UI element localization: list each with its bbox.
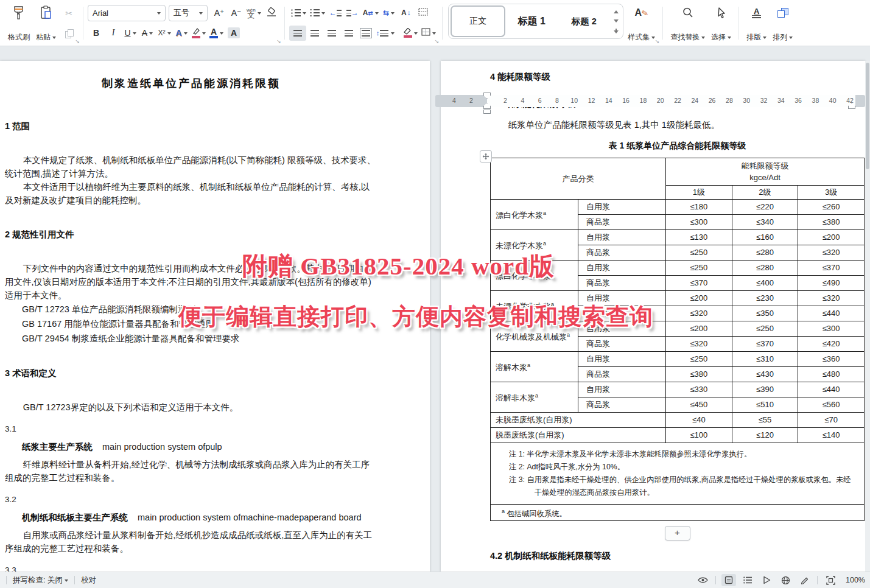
numbered-list-button[interactable] (308, 5, 327, 21)
increase-indent-button[interactable]: → (344, 5, 361, 21)
table-notes-cell[interactable]: 注 1: 半化学未漂木浆及半化学未漂非木浆能耗限额参照未漂化学浆执行。注 2: … (491, 443, 865, 505)
table1-grade-header[interactable]: 能耗限额等级 kgce/Adt (666, 158, 865, 186)
term-definition[interactable]: 纸浆主要生产系统main production system ofpulp (22, 440, 377, 453)
limit-value-cell[interactable]: ≤370 (798, 261, 865, 276)
pinyin-guide-button[interactable]: wén文 (245, 5, 263, 21)
vertical-scrollbar[interactable] (865, 61, 870, 572)
table1-grade-col-header[interactable]: 2级 (732, 186, 798, 200)
shading-button[interactable] (401, 26, 419, 41)
body-paragraph[interactable]: 本文件规定了纸浆、机制纸和纸板单位产品能源消耗(以下简称能耗) 限额等级、技术要… (5, 153, 377, 180)
grid-settings-button[interactable] (415, 5, 432, 21)
document-title[interactable]: 制浆造纸单位产品能源消耗限额 (5, 77, 377, 90)
limit-value-cell[interactable]: ≤250 (666, 245, 732, 261)
style-set-button[interactable]: A✎ 样式集 (625, 2, 658, 44)
style-gallery-more-button[interactable] (612, 28, 620, 35)
limit-value-cell[interactable]: ≤370 (732, 337, 798, 352)
style-item-body[interactable]: 正文 (451, 5, 505, 37)
pulp-type-cell[interactable]: 自用浆 (578, 352, 666, 367)
font-color-button[interactable]: A (208, 26, 225, 41)
underline-button[interactable]: U (122, 26, 139, 41)
limit-value-cell[interactable]: ≤440 (798, 382, 865, 397)
table1-col-product-header[interactable]: 产品分类 (491, 158, 666, 200)
limit-value-cell[interactable]: ≤350 (732, 306, 798, 321)
horizontal-ruler[interactable]: 4224681012141618202224262830323436384042 (435, 95, 865, 107)
paragraph-dialog-launcher[interactable]: ↘ (435, 39, 440, 44)
typeset-button[interactable]: A 排版 (743, 2, 770, 44)
clause-number[interactable]: 3.3 (5, 564, 377, 572)
proofread-button[interactable]: 校对 (81, 575, 96, 586)
edit-pen-button[interactable] (797, 574, 812, 586)
highlight-button[interactable] (190, 26, 208, 41)
limit-value-cell[interactable]: ≤250 (666, 352, 732, 367)
limit-value-cell[interactable]: ≤300 (666, 215, 732, 230)
limit-value-cell[interactable]: ≤200 (666, 291, 732, 306)
font-dialog-launcher[interactable]: ↘ (276, 39, 281, 44)
pulp-type-cell[interactable]: 自用浆 (578, 382, 666, 397)
limit-value-cell[interactable]: ≤300 (798, 321, 865, 337)
style-item-heading1[interactable]: 标题 1 (505, 7, 558, 36)
shrink-font-button[interactable]: A⁻ (228, 5, 245, 21)
limit-value-cell[interactable]: ≤340 (732, 215, 798, 230)
body-paragraph[interactable]: 自用浆或商品浆经计量从浆料制备开始,经纸机抄造成成品纸或纸板,直至入库为止的有关… (5, 528, 377, 555)
limit-value-cell[interactable]: ≤380 (666, 367, 732, 382)
char-shading-button[interactable]: A (225, 26, 242, 41)
limit-value-cell[interactable]: ≤560 (798, 397, 865, 413)
limit-value-cell[interactable]: ≤160 (732, 230, 798, 245)
decrease-indent-button[interactable]: ← (327, 5, 344, 21)
fullscreen-button[interactable] (823, 574, 838, 586)
product-category-cell[interactable]: 溶解木浆a (491, 352, 578, 382)
limit-value-cell[interactable]: ≤440 (798, 306, 865, 321)
limit-value-cell[interactable]: ≤320 (666, 337, 732, 352)
superscript-button[interactable]: X² (156, 26, 173, 41)
limit-value-cell[interactable]: ≤370 (666, 276, 732, 291)
product-category-cell[interactable]: 溶解非木浆a (491, 382, 578, 413)
heading-4-2[interactable]: 4.2 机制纸和纸板能耗限额等级 (490, 549, 865, 562)
table-add-row-button[interactable]: + (665, 526, 690, 541)
limit-value-cell[interactable]: ≤250 (732, 321, 798, 337)
page-view-button[interactable] (721, 574, 736, 586)
arrange-button[interactable]: 排列 (770, 2, 796, 44)
grow-font-button[interactable]: A⁺ (211, 5, 228, 21)
body-paragraph[interactable]: 本文件适用于以植物纤维为主要原料的纸浆、机制纸和纸板单位产品能耗的计算、考核,以… (5, 180, 377, 207)
product-category-cell[interactable]: 脱墨废纸浆(自用浆) (491, 428, 666, 443)
style-gallery-down-button[interactable] (612, 18, 620, 25)
section-heading[interactable]: 2 规范性引用文件 (5, 228, 377, 241)
limit-value-cell[interactable]: ≤330 (666, 382, 732, 397)
eye-protect-button[interactable] (695, 574, 710, 586)
limit-value-cell[interactable]: ≤360 (798, 352, 865, 367)
body-paragraph[interactable]: GB/T 12723界定的以及下列术语和定义适用于本文件。 (5, 401, 377, 414)
limit-value-cell[interactable]: ≤260 (798, 200, 865, 215)
line-spacing-button[interactable]: ↕ (374, 26, 397, 41)
limit-value-cell[interactable]: ≤200 (798, 230, 865, 245)
limit-value-cell[interactable]: ≤280 (732, 261, 798, 276)
font-name-select[interactable]: Arial (88, 5, 166, 21)
limit-value-cell[interactable]: ≤320 (798, 245, 865, 261)
spell-check-status[interactable]: 拼写检查: 关闭 (13, 575, 68, 586)
pulp-type-cell[interactable]: 商品浆 (578, 397, 666, 413)
pulp-type-cell[interactable]: 自用浆 (578, 261, 666, 276)
clause-number[interactable]: 3.1 (5, 422, 377, 436)
pulp-type-cell[interactable]: 自用浆 (578, 200, 666, 215)
distribute-button[interactable] (357, 26, 374, 41)
limit-value-cell[interactable]: ≤70 (798, 413, 865, 428)
pulp-type-cell[interactable]: 商品浆 (578, 245, 666, 261)
paste-button[interactable]: 粘贴 (33, 2, 59, 44)
limit-value-cell[interactable]: ≤230 (732, 291, 798, 306)
justify-button[interactable] (340, 26, 357, 41)
term-definition[interactable]: 机制纸和纸板主要生产系统main production system ofmac… (22, 511, 377, 524)
paragraph-4-1[interactable]: 纸浆单位产品能耗限额等级见表 1,其中 1级能耗最低。 (490, 118, 865, 131)
bold-button[interactable]: B (88, 26, 105, 41)
style-item-heading2[interactable]: 标题 2 (558, 7, 610, 36)
align-left-button[interactable] (289, 26, 306, 41)
clipboard-dialog-launcher[interactable]: ↘ (75, 39, 80, 44)
limit-value-cell[interactable]: ≤400 (732, 276, 798, 291)
limit-value-cell[interactable]: ≤200 (666, 321, 732, 337)
limit-value-cell[interactable]: ≤100 (666, 428, 732, 443)
section-heading[interactable]: 3 术语和定义 (5, 366, 377, 380)
clear-format-button[interactable] (263, 5, 280, 21)
left-indent-marker[interactable] (483, 110, 491, 114)
reference-item[interactable]: GB/T 29454 制浆造纸企业能源计量器具配备和管理要求 (22, 332, 377, 346)
limit-value-cell[interactable]: ≤40 (666, 413, 732, 428)
limit-value-cell[interactable]: ≤140 (798, 428, 865, 443)
font-size-select[interactable]: 五号 (169, 5, 208, 21)
